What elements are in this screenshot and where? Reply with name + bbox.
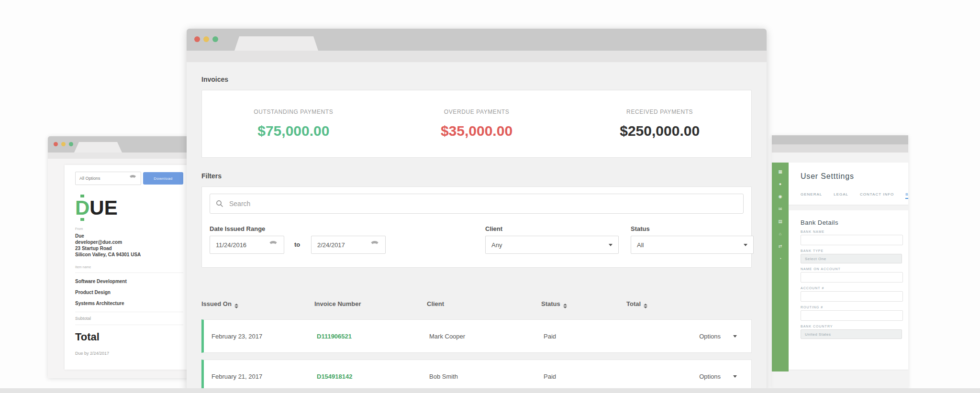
- stat-value: $75,000.00: [202, 123, 385, 139]
- stat-label: OUTSTANDING PAYMENTS: [202, 109, 385, 115]
- name-on-account-input[interactable]: [801, 272, 903, 283]
- invoice-options-value: All Options: [79, 176, 100, 181]
- due-by-text: Due by 2/24/2017: [75, 351, 183, 356]
- divider: [75, 325, 183, 325]
- chevron-down-icon[interactable]: [733, 335, 737, 338]
- chevron-down-icon: [744, 244, 747, 246]
- chevron-down-icon: [609, 244, 612, 246]
- bell-icon[interactable]: ◉: [779, 194, 782, 199]
- filters-title: Filters: [201, 158, 752, 180]
- chevron-down-icon[interactable]: [733, 375, 737, 378]
- bank-country-label: BANK COUNTRY: [801, 325, 908, 328]
- sender-address: Due developer@due.com 23 Startup Road Si…: [75, 233, 183, 258]
- outstanding-payments-stat: OUTSTANDING PAYMENTS $75,000.00: [202, 90, 385, 157]
- bank-type-select[interactable]: Select One: [801, 254, 902, 263]
- browser-tab[interactable]: [74, 142, 122, 153]
- mail-icon[interactable]: ✉: [779, 207, 782, 211]
- cell-client: Bob Smith: [429, 373, 544, 380]
- overdue-payments-stat: OVERDUE PAYMENTS $35,000.00: [385, 90, 568, 157]
- bank-details-panel: Bank Details BANK NAME BANK TYPE Select …: [789, 210, 908, 370]
- sender-email: developer@due.com: [75, 239, 183, 245]
- cell-invoice-number[interactable]: D154918142: [317, 373, 429, 380]
- settings-header: User Setttings GENERAL LEGAL CONTACT INF…: [789, 163, 908, 205]
- date-from-select[interactable]: 11/24/2016: [210, 236, 284, 254]
- due-logo-ue: UE: [89, 196, 117, 219]
- cell-status: Paid: [544, 333, 629, 340]
- invoice-table-header: Issued On Invoice Number Client Status T…: [201, 300, 752, 308]
- options-button[interactable]: Options: [699, 333, 721, 340]
- tab-bank-info[interactable]: BANK INFO: [905, 192, 908, 199]
- header-issued-on[interactable]: Issued On: [201, 300, 314, 308]
- sort-icon: [644, 304, 647, 308]
- line-item: Systems Architecture: [75, 301, 183, 306]
- cell-status: Paid: [544, 373, 629, 380]
- stat-label: RECEIVED PAYMENTS: [568, 109, 751, 115]
- account-number-input[interactable]: [801, 291, 903, 302]
- tab-contact-info[interactable]: CONTACT INFO: [860, 192, 894, 199]
- cell-invoice-number[interactable]: D111906521: [317, 333, 429, 340]
- main-window-addressbar: [187, 51, 767, 62]
- calendar-icon[interactable]: ▤: [778, 219, 782, 224]
- options-button[interactable]: Options: [699, 373, 721, 380]
- status-select[interactable]: All: [631, 236, 754, 254]
- search-input[interactable]: [228, 199, 737, 208]
- zoom-window-icon[interactable]: [69, 142, 73, 146]
- right-window-titlebar[interactable]: [772, 135, 908, 144]
- subtotal-label: Subtotal: [75, 316, 183, 321]
- date-to-select[interactable]: 2/24/2017: [311, 236, 386, 254]
- zoom-window-icon[interactable]: [212, 36, 218, 42]
- divider: [75, 312, 183, 312]
- bank-country-select[interactable]: United States: [801, 329, 902, 339]
- routing-number-input[interactable]: [801, 310, 903, 321]
- transfer-icon[interactable]: ⇄: [779, 244, 782, 249]
- status-value: All: [637, 241, 644, 249]
- tab-general[interactable]: GENERAL: [801, 192, 822, 199]
- browser-tab[interactable]: [234, 36, 318, 51]
- cell-issued-on: February 21, 2017: [212, 373, 317, 380]
- due-logo: DUE: [75, 196, 183, 219]
- routing-number-field: ROUTING #: [801, 306, 908, 321]
- date-from-value: 11/24/2016: [216, 241, 246, 249]
- desktop-canvas: All Options Download DUE From Due develo…: [0, 0, 980, 393]
- main-window-titlebar[interactable]: [187, 29, 767, 51]
- download-button[interactable]: Download: [143, 172, 183, 185]
- settings-tabs: GENERAL LEGAL CONTACT INFO BANK INFO: [801, 192, 908, 199]
- header-status[interactable]: Status: [541, 300, 626, 308]
- bank-country-field: BANK COUNTRY United States: [801, 325, 908, 339]
- divider: [75, 273, 183, 273]
- tab-legal[interactable]: LEGAL: [834, 192, 848, 199]
- received-payments-stat: RECEIVED PAYMENTS $250,000.00: [568, 90, 751, 157]
- invoice-options-select[interactable]: All Options: [75, 172, 141, 185]
- header-total[interactable]: Total: [626, 300, 752, 308]
- account-number-field: ACCOUNT #: [801, 286, 908, 302]
- line-item: Software Development: [75, 279, 183, 284]
- grid-icon[interactable]: ▦: [778, 169, 782, 174]
- left-window-addressbar: [48, 153, 189, 159]
- header-client: Client: [427, 300, 541, 308]
- date-range-label: Date Issued Range: [210, 225, 265, 232]
- left-window-titlebar[interactable]: [48, 136, 189, 153]
- table-row[interactable]: February 23, 2017 D111906521 Mark Cooper…: [201, 319, 752, 353]
- client-select[interactable]: Any: [485, 236, 619, 254]
- home-icon[interactable]: ⌂: [779, 231, 781, 236]
- to-label: to: [294, 241, 300, 248]
- sender-city: Silicon Valley, CA 94301 USA: [75, 251, 183, 258]
- close-window-icon[interactable]: [194, 36, 200, 42]
- user-settings-window: ▦ ● ◉ ✉ ▤ ⌂ ⇄ ◔ User Setttings GENERAL L…: [772, 135, 908, 389]
- invoices-dashboard-window: Invoices OUTSTANDING PAYMENTS $75,000.00…: [187, 29, 767, 393]
- minimize-window-icon[interactable]: [61, 142, 66, 146]
- page-title: Invoices: [201, 62, 752, 83]
- close-window-icon[interactable]: [54, 142, 58, 146]
- search-box[interactable]: [210, 194, 744, 214]
- app-sidebar: ▦ ● ◉ ✉ ▤ ⌂ ⇄ ◔: [772, 163, 789, 371]
- sender-name: Due: [75, 233, 183, 239]
- minimize-window-icon[interactable]: [203, 36, 209, 42]
- bank-name-input[interactable]: [801, 235, 903, 245]
- client-label: Client: [485, 225, 502, 232]
- user-icon[interactable]: ●: [779, 182, 781, 186]
- clock-icon[interactable]: ◔: [779, 256, 781, 261]
- name-on-account-label: NAME ON ACCOUNT: [801, 267, 908, 271]
- sort-icon: [563, 304, 567, 308]
- sort-icon: [234, 304, 238, 308]
- bank-details-title: Bank Details: [801, 219, 908, 226]
